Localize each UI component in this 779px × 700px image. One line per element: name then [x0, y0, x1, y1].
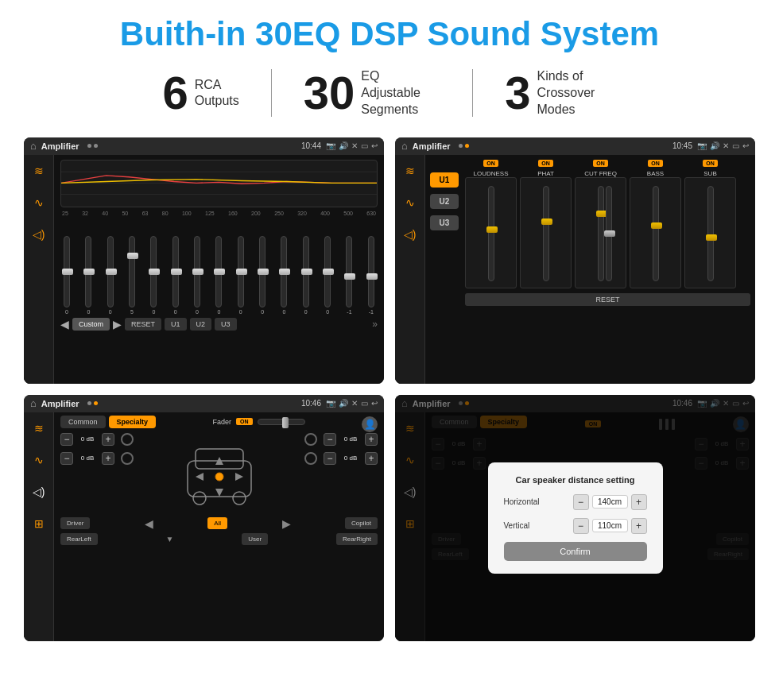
slider-col-7: 0 [194, 236, 200, 315]
vol-plus-1[interactable]: + [102, 433, 114, 446]
slider-col-14: -1 [346, 236, 352, 315]
wave-icon-3[interactable]: ∿ [29, 451, 48, 470]
eq-icon-3[interactable]: ≋ [29, 419, 48, 438]
rearleft-btn-3[interactable]: RearLeft [60, 533, 98, 545]
left-sidebar-3: ≋ ∿ ◁) ⊞ [24, 412, 54, 641]
u3-btn-1[interactable]: U3 [215, 318, 237, 331]
vertical-plus[interactable]: + [631, 518, 647, 534]
play-btn[interactable]: ▶ [113, 318, 122, 331]
tab-common-3[interactable]: Common [60, 416, 106, 428]
arrow-left-3[interactable]: ◀ [145, 517, 153, 530]
prev-btn[interactable]: ◀ [60, 318, 69, 331]
left-sidebar-1: ≋ ∿ ◁) [24, 155, 54, 384]
slider-col-5: 0 [150, 236, 157, 315]
vol-plus-4[interactable]: + [365, 452, 378, 465]
back-icon-3: ↩ [371, 399, 378, 408]
user-icon-3[interactable]: 👤 [362, 416, 378, 432]
close-icon-2: ✕ [723, 141, 729, 150]
speaker-icon-3[interactable]: ◁) [29, 482, 48, 501]
eq-sliders: 0 0 0 5 0 0 0 0 0 0 0 0 0 -1 -1 [60, 219, 378, 315]
speaker-icon-2[interactable]: ◁) [401, 225, 420, 244]
home-icon-2[interactable]: ⌂ [401, 140, 408, 152]
vol-minus-2[interactable]: − [60, 452, 73, 465]
all-btn-3[interactable]: All [207, 517, 227, 529]
stat-eq-label: EQ AdjustableSegments [361, 68, 440, 118]
arrow-down-3[interactable]: ▼ [166, 535, 174, 543]
driver-btn-3[interactable]: Driver [60, 517, 90, 529]
horizontal-plus[interactable]: + [631, 494, 647, 510]
reset-btn-2[interactable]: RESET [465, 293, 750, 306]
screen3-dots [87, 401, 98, 405]
status-bar-3: ⌂ Amplifier 10:46 📷 🔊 ✕ ▭ ↩ [24, 395, 384, 412]
vertical-ctrl: − 110cm + [573, 518, 647, 534]
wave-icon-2[interactable]: ∿ [401, 193, 420, 212]
fader-slider[interactable] [258, 419, 305, 425]
rearright-btn-3[interactable]: RearRight [336, 533, 378, 545]
dot5 [87, 401, 91, 405]
vol-plus-3[interactable]: + [365, 433, 378, 446]
home-icon-3[interactable]: ⌂ [30, 397, 37, 409]
screen2-title: Amplifier [413, 141, 451, 151]
more-icon[interactable]: » [372, 319, 378, 330]
slider-col-11: 0 [281, 236, 287, 315]
vertical-minus[interactable]: − [573, 518, 589, 534]
status-bar-1: ⌂ Amplifier 10:44 📷 🔊 ✕ ▭ ↩ [24, 137, 384, 155]
volume-icon-1: 🔊 [339, 141, 348, 150]
u3-btn[interactable]: U3 [430, 215, 459, 230]
screen3-body: ≋ ∿ ◁) ⊞ Common Specialty Fader ON [24, 412, 384, 641]
bottom-controls-3: Driver ◀ All ▶ Copilot [60, 517, 378, 530]
speaker-icon[interactable]: ◁) [29, 225, 48, 244]
fader-on[interactable]: ON [236, 418, 253, 425]
camera-icon-3: 📷 [326, 399, 335, 408]
wave-icon[interactable]: ∿ [29, 193, 48, 212]
eq-bottom-bar: ◀ Custom ▶ RESET U1 U2 U3 » [60, 318, 378, 331]
stats-row: 6 RCAOutputs 30 EQ AdjustableSegments 3 … [24, 68, 755, 118]
screen1-time: 10:44 [301, 141, 321, 150]
dot2 [94, 144, 98, 148]
u2-btn[interactable]: U2 [430, 194, 459, 209]
vol-minus-3[interactable]: − [324, 433, 336, 446]
dot4-orange [465, 144, 469, 148]
copilot-btn-3[interactable]: Copilot [345, 517, 378, 529]
horizontal-label: Horizontal [504, 497, 540, 506]
horizontal-value: 140cm [592, 495, 628, 509]
expand-icon-3[interactable]: ⊞ [29, 514, 48, 533]
stat-eq-number: 30 [304, 70, 355, 116]
fader-row: Fader ON [213, 418, 305, 426]
u1-btn[interactable]: U1 [430, 172, 459, 188]
vol-plus-2[interactable]: + [102, 452, 114, 465]
vertical-label: Vertical [504, 521, 530, 530]
volume-icon-3: 🔊 [339, 399, 348, 408]
user-btn-3[interactable]: User [242, 533, 268, 545]
window-icon-2: ▭ [732, 141, 739, 150]
u2-btn-1[interactable]: U2 [190, 318, 212, 331]
home-icon-1[interactable]: ⌂ [30, 140, 37, 152]
slider-col-4: 5 [129, 236, 135, 315]
confirm-button[interactable]: Confirm [504, 542, 647, 561]
slider-col-8: 0 [215, 236, 222, 315]
slider-col-13: 0 [324, 236, 331, 315]
eq-icon-2[interactable]: ≋ [401, 161, 420, 180]
custom-btn[interactable]: Custom [72, 318, 110, 331]
stat-crossover-number: 3 [505, 70, 530, 116]
horizontal-minus[interactable]: − [573, 494, 589, 510]
screen3-status-icons: 📷 🔊 ✕ ▭ ↩ [326, 399, 378, 408]
vol-minus-4[interactable]: − [324, 452, 336, 465]
tab-specialty-3[interactable]: Specialty [109, 416, 157, 428]
distance-dialog: Car speaker distance setting Horizontal … [488, 462, 663, 574]
page-title: Buith-in 30EQ DSP Sound System [24, 16, 755, 52]
vol-row-2: − 0 dB + [60, 452, 134, 465]
screen-crossover: ⌂ Amplifier 10:45 📷 🔊 ✕ ▭ ↩ ≋ ∿ [395, 137, 755, 384]
screen3-time: 10:46 [301, 399, 321, 408]
u1-btn-1[interactable]: U1 [165, 318, 187, 331]
back-icon-1: ↩ [371, 141, 378, 150]
arrow-right-3[interactable]: ▶ [282, 517, 291, 530]
vol-minus-1[interactable]: − [60, 433, 73, 446]
tab-row-3: Common Specialty [60, 416, 156, 428]
reset-btn-1[interactable]: RESET [125, 318, 161, 331]
horizontal-ctrl: − 140cm + [573, 494, 647, 510]
camera-icon-1: 📷 [326, 141, 335, 150]
eq-icon[interactable]: ≋ [29, 161, 48, 180]
slider-col-12: 0 [303, 236, 309, 315]
vol-display-3: 0 dB [339, 435, 362, 443]
